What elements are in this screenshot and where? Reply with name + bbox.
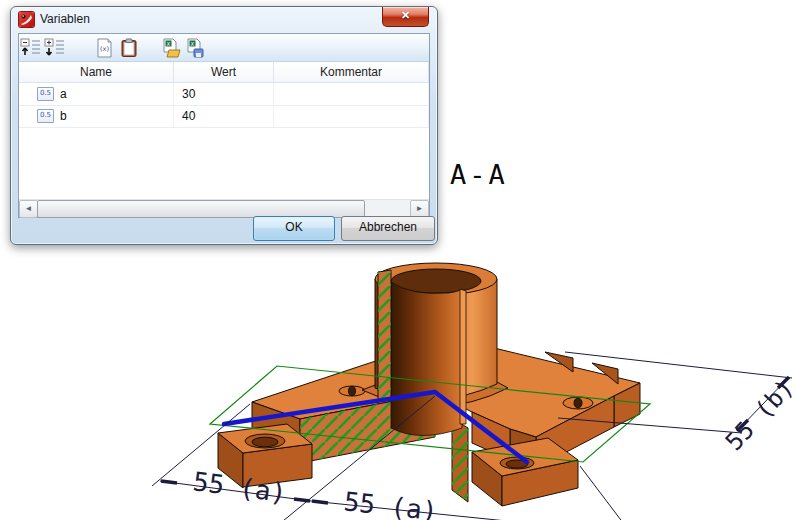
column-header-value[interactable]: Wert — [174, 62, 274, 82]
cylinder-cut-edge-right — [460, 289, 466, 424]
dim-text-b: 55 (b) — [720, 374, 796, 457]
ok-button[interactable]: OK — [253, 216, 335, 241]
dialog-client-area: (x) X — [18, 33, 430, 218]
variables-dialog: Variablen ✕ — [10, 6, 438, 245]
variable-value[interactable]: 30 — [174, 83, 274, 105]
dialog-toolbar: (x) X — [19, 34, 429, 62]
close-button[interactable]: ✕ — [382, 7, 429, 27]
column-header-comment[interactable]: Kommentar — [274, 62, 429, 82]
variable-name: b — [60, 109, 67, 123]
ext-line-right — [580, 466, 636, 520]
variable-name: a — [60, 87, 67, 101]
app-icon — [19, 12, 34, 27]
scroll-left-arrow[interactable]: ◄ — [19, 200, 38, 218]
horizontal-scrollbar[interactable]: ◄ ► — [19, 199, 429, 217]
cancel-button[interactable]: Abbrechen — [341, 216, 435, 241]
excel-import-icon[interactable]: X — [159, 36, 183, 60]
dialog-titlebar[interactable]: Variablen — [11, 7, 437, 31]
collapse-rows-icon[interactable] — [19, 36, 43, 60]
dialog-title: Variablen — [40, 12, 90, 26]
variable-value[interactable]: 40 — [174, 105, 274, 127]
svg-text:X: X — [167, 40, 171, 46]
svg-text:X: X — [191, 40, 195, 46]
variable-row-icon: 0.5 — [37, 87, 54, 101]
table-row[interactable]: 0.5 a 30 — [19, 83, 429, 106]
excel-export-icon[interactable]: X — [183, 36, 207, 60]
rear-hole-left — [349, 387, 356, 396]
dim-text-a2: 55 (a) — [342, 486, 439, 520]
clipboard-icon[interactable] — [117, 36, 141, 60]
variable-row-icon: 0.5 — [37, 109, 54, 123]
variable-comment[interactable] — [274, 105, 429, 127]
left-lug-hole-bore — [252, 437, 278, 447]
table-row[interactable]: 0.5 b 40 — [19, 105, 429, 128]
table-header: Name Wert Kommentar — [19, 62, 429, 83]
cylinder-inner-wall — [391, 282, 462, 436]
expand-rows-icon[interactable] — [43, 36, 67, 60]
variable-comment[interactable] — [274, 83, 429, 105]
rear-hole-right — [574, 398, 582, 408]
section-label: A-A — [450, 159, 508, 190]
variable-file-icon[interactable]: (x) — [93, 36, 117, 60]
column-header-name[interactable]: Name — [19, 62, 174, 82]
svg-text:(x): (x) — [100, 45, 109, 53]
